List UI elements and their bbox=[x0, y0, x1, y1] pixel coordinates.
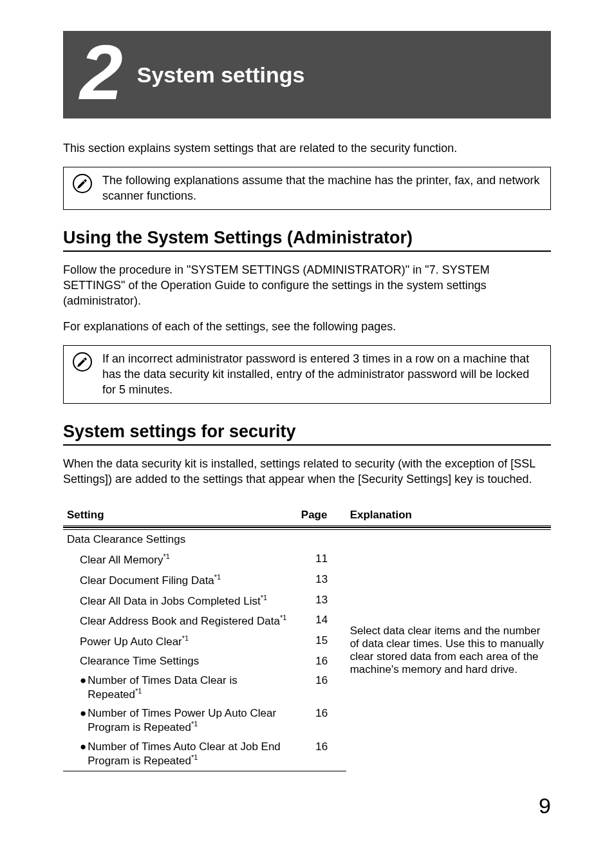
setting-cell: ●Number of Times Power Up Auto Clear Pro… bbox=[63, 704, 297, 737]
page-cell: 15 bbox=[297, 631, 346, 652]
page-cell: 16 bbox=[297, 704, 346, 737]
setting-cell: ●Number of Times Auto Clear at Job End P… bbox=[63, 737, 297, 771]
section1-p2: For explanations of each of the settings… bbox=[63, 319, 551, 334]
setting-cell: Clear All Data in Jobs Completed List*1 bbox=[63, 590, 297, 611]
setting-cell: Clear Document Filing Data*1 bbox=[63, 570, 297, 590]
footnote-ref: *1 bbox=[280, 614, 286, 621]
footnote-ref: *1 bbox=[163, 552, 169, 560]
note-text-1: The following explanations assume that t… bbox=[102, 173, 541, 204]
chapter-number: 2 bbox=[80, 33, 123, 111]
section1-heading: Using the System Settings (Administrator… bbox=[63, 228, 551, 252]
footnote-ref: *1 bbox=[182, 634, 189, 642]
page-cell: 13 bbox=[297, 590, 346, 611]
page-cell: 11 bbox=[297, 549, 346, 570]
note-text-2: If an incorrect administrator password i… bbox=[102, 351, 541, 398]
setting-label: Power Up Auto Clear*1 bbox=[67, 634, 293, 648]
th-setting: Setting bbox=[63, 506, 297, 527]
chapter-banner: 2 System settings bbox=[63, 31, 551, 118]
page-cell: 16 bbox=[297, 652, 346, 671]
setting-cell: Data Clearance Settings bbox=[63, 530, 297, 549]
pencil-icon bbox=[73, 351, 92, 372]
footnote-ref: *1 bbox=[214, 573, 221, 581]
setting-label: Number of Times Data Clear is Repeated*1 bbox=[88, 674, 293, 701]
setting-label: Number of Times Auto Clear at Job End Pr… bbox=[88, 741, 293, 768]
footnote-ref: *1 bbox=[261, 594, 267, 601]
intro-text: This section explains system settings th… bbox=[63, 142, 551, 155]
setting-label: Clearance Time Settings bbox=[67, 655, 293, 668]
pencil-icon bbox=[73, 173, 92, 193]
setting-cell: Clear All Memory*1 bbox=[63, 549, 297, 570]
footnote-ref: *1 bbox=[135, 687, 142, 695]
footnote-ref: *1 bbox=[191, 720, 198, 728]
page-cell bbox=[297, 530, 346, 549]
section2-heading: System settings for security bbox=[63, 422, 551, 446]
setting-label: Clear Address Book and Registered Data*1 bbox=[67, 614, 293, 628]
table-row: Data Clearance SettingsSelect data clear… bbox=[63, 530, 551, 549]
setting-label: Clear Document Filing Data*1 bbox=[67, 573, 293, 587]
page-cell: 16 bbox=[297, 737, 346, 771]
setting-label: Number of Times Power Up Auto Clear Prog… bbox=[88, 707, 293, 734]
bullet-icon: ● bbox=[67, 741, 88, 768]
bullet-icon: ● bbox=[67, 707, 88, 734]
th-explanation: Explanation bbox=[346, 506, 551, 527]
setting-cell: Clearance Time Settings bbox=[63, 652, 297, 671]
page-cell: 16 bbox=[297, 671, 346, 704]
page-cell: 13 bbox=[297, 570, 346, 590]
setting-cell: Power Up Auto Clear*1 bbox=[63, 631, 297, 652]
chapter-title: System settings bbox=[137, 62, 305, 88]
setting-label: Clear All Data in Jobs Completed List*1 bbox=[67, 594, 293, 608]
setting-cell: ●Number of Times Data Clear is Repeated*… bbox=[63, 671, 297, 704]
th-page: Page bbox=[297, 506, 346, 527]
setting-label: Clear All Memory*1 bbox=[67, 552, 293, 567]
section2-p1: When the data security kit is installed,… bbox=[63, 456, 551, 487]
bullet-icon: ● bbox=[67, 674, 88, 701]
setting-label: Data Clearance Settings bbox=[67, 533, 185, 545]
page-cell: 14 bbox=[297, 610, 346, 631]
footnote-ref: *1 bbox=[191, 753, 198, 761]
note-box-2: If an incorrect administrator password i… bbox=[63, 345, 551, 404]
note-box-1: The following explanations assume that t… bbox=[63, 167, 551, 210]
page-number: 9 bbox=[63, 793, 551, 818]
settings-table: Setting Page Explanation Data Clearance … bbox=[63, 506, 551, 771]
explanation-cell: Select data clear items and the number o… bbox=[346, 530, 551, 771]
section1-p1: Follow the procedure in "SYSTEM SETTINGS… bbox=[63, 262, 551, 309]
setting-cell: Clear Address Book and Registered Data*1 bbox=[63, 610, 297, 631]
